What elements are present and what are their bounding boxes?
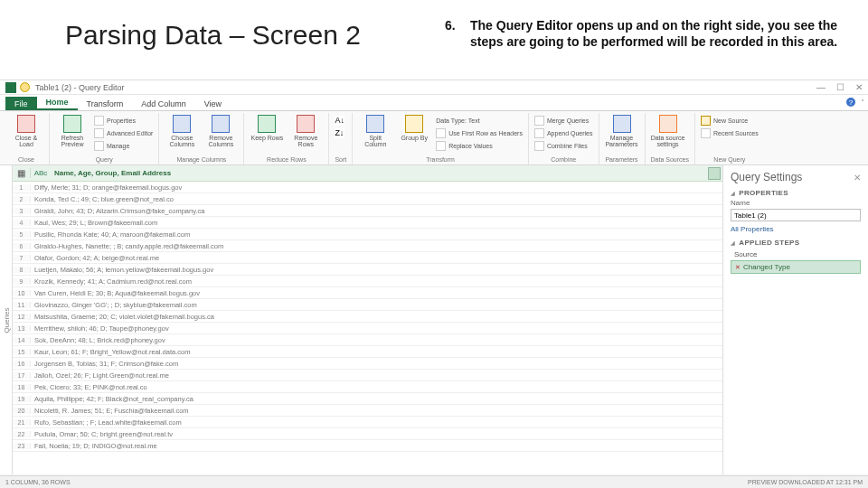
new-source-button[interactable]: New Source (701, 115, 759, 127)
tab-file[interactable]: File (5, 97, 37, 110)
tab-add-column[interactable]: Add Column (132, 97, 195, 110)
slide-note-number: 6. (445, 18, 463, 34)
table-row[interactable]: 18Pek, Cicero; 33; E; PINK@not.real.co (13, 381, 722, 393)
properties-section-header[interactable]: PROPERTIES (731, 189, 861, 197)
row-cell[interactable]: Nicoletti, R. James; 51; E; Fuschia@fake… (31, 407, 722, 415)
table-row[interactable]: 21Rufo, Sebastian; ; F; Lead.white@fakee… (13, 417, 722, 428)
refresh-preview-button[interactable]: Refresh Preview (55, 115, 90, 148)
query-name-input[interactable] (731, 209, 861, 221)
properties-button[interactable]: Properties (94, 115, 153, 127)
step-source[interactable]: Source (731, 249, 861, 260)
table-row[interactable]: 10Van Curen, Heidi E; 30; B; Aqua@fakeem… (13, 287, 722, 299)
close-window-button[interactable]: ✕ (855, 82, 863, 92)
table-row[interactable]: 8Luetjen, Makalo; 56; A; lemon.yellow@fa… (13, 264, 722, 276)
table-row[interactable]: 20Nicoletti, R. James; 51; E; Fuschia@fa… (13, 405, 722, 417)
row-number: 5 (13, 231, 31, 238)
applied-steps-header[interactable]: APPLIED STEPS (731, 239, 861, 247)
column-type-icon[interactable]: ABc (31, 169, 51, 177)
recent-sources-button[interactable]: Recent Sources (701, 127, 759, 139)
row-cell[interactable]: Konda, Ted C.; 49; C; blue.green@not_rea… (31, 195, 722, 203)
status-right: PREVIEW DOWNLOADED AT 12:31 PM (748, 479, 863, 485)
row-cell[interactable]: Aquila, Phillippe; 42; F; Black@not_real… (31, 395, 722, 403)
column-header[interactable]: Name, Age, Group, Email Address (51, 169, 708, 177)
row-cell[interactable]: Giovinazzo, Ginger 'GG'; ; D; skyblue@fa… (31, 301, 722, 309)
row-cell[interactable]: Jorgensen B, Tobias; 31; F; Crimson@fake… (31, 360, 722, 368)
data-source-settings-button[interactable]: Data source settings (651, 115, 685, 148)
table-row[interactable]: 13Merrithew, shiloh; 46; D; Taupe@phoney… (13, 323, 722, 334)
data-type-button[interactable]: Data Type: Text (436, 115, 523, 127)
grid-select-all[interactable]: ▦ (13, 168, 31, 178)
row-cell[interactable]: Merrithew, shiloh; 46; D; Taupe@phoney.g… (31, 324, 722, 333)
combine-files-button[interactable]: Combine Files (534, 140, 593, 152)
sort-asc-button[interactable]: A↓ (335, 115, 344, 127)
row-cell[interactable]: Rufo, Sebastian; ; F; Lead.white@fakeema… (31, 418, 722, 427)
row-number: 1 (13, 184, 31, 191)
row-number: 15 (13, 349, 31, 355)
query-settings-close-button[interactable]: ✕ (854, 173, 861, 183)
table-row[interactable]: 9Krozik, Kennedy; 41; A; Cadmium.red@not… (13, 276, 722, 287)
maximize-button[interactable]: ☐ (836, 82, 844, 92)
table-row[interactable]: 6Giraldo-Hughes, Nanette; ; B; candy.app… (13, 240, 722, 252)
table-row[interactable]: 15Kaur, Leon; 61; F; Bright_Yellow@not.r… (13, 346, 722, 358)
row-cell[interactable]: Pudula, Omar; 50; C; bright.green@not.re… (31, 430, 722, 438)
grid-header[interactable]: ▦ ABc Name, Age, Group, Email Address (13, 165, 722, 182)
keep-rows-button[interactable]: Keep Rows (250, 115, 284, 141)
sort-desc-button[interactable]: Z↓ (335, 127, 344, 139)
row-cell[interactable]: Pek, Cicero; 33; E; PINK@not.real.co (31, 383, 722, 391)
table-row[interactable]: 5Pusilic, Rhonda Kate; 40; A; maroon@fak… (13, 229, 722, 240)
row-cell[interactable]: Giraldo-Hughes, Nanette; ; B; candy.appl… (31, 242, 722, 250)
table-row[interactable]: 3Giraldi, John; 43; D; Alizarin.Crimson@… (13, 205, 722, 217)
remove-columns-button[interactable]: Remove Columns (203, 115, 238, 148)
row-cell[interactable]: Diffy, Merle; 31; D; orange@fakeemail.bo… (31, 183, 722, 192)
append-queries-button[interactable]: Append Queries (534, 127, 593, 139)
row-cell[interactable]: Krozik, Kennedy; 41; A; Cadmium.red@not.… (31, 277, 722, 286)
manage-button[interactable]: Manage (94, 140, 153, 152)
status-left: 1 COLUMN, 36 ROWS (5, 479, 71, 485)
all-properties-link[interactable]: All Properties (731, 225, 861, 233)
help-icon[interactable]: ? (846, 98, 855, 107)
row-number: 6 (13, 243, 31, 249)
row-cell[interactable]: Luetjen, Makalo; 56; A; lemon.yellow@fak… (31, 266, 722, 274)
row-cell[interactable]: Kaur, Leon; 61; F; Bright_Yellow@not.rea… (31, 348, 722, 356)
column-filter-dropdown[interactable] (708, 167, 721, 180)
table-row[interactable]: 1Diffy, Merle; 31; D; orange@fakeemail.b… (13, 182, 722, 193)
table-row[interactable]: 19Aquila, Phillippe; 42; F; Black@not_re… (13, 393, 722, 405)
minimize-button[interactable]: — (816, 82, 826, 92)
table-row[interactable]: 22Pudula, Omar; 50; C; bright.green@not.… (13, 428, 722, 440)
collapse-ribbon-icon[interactable]: ˄ (861, 99, 864, 107)
tab-home[interactable]: Home (37, 95, 78, 110)
group-by-button[interactable]: Group By (397, 115, 431, 141)
table-row[interactable]: 4Kaul, Wes; 29; L; Brown@fakeemail.com (13, 217, 722, 229)
row-cell[interactable]: Van Curen, Heidi E; 30; B; Aqua@fakeemai… (31, 289, 722, 297)
row-cell[interactable]: Jalloh, Ozel; 26; F; Light.Green@not.rea… (31, 371, 722, 380)
table-row[interactable]: 16Jorgensen B, Tobias; 31; F; Crimson@fa… (13, 358, 722, 370)
advanced-editor-button[interactable]: Advanced Editor (94, 127, 153, 139)
row-cell[interactable]: Matsushita, Graeme; 20; C; violet.violet… (31, 313, 722, 321)
row-cell[interactable]: Sok, DeeAnn; 48; L; Brick.red@phoney.gov (31, 336, 722, 344)
manage-parameters-button[interactable]: Manage Parameters (605, 115, 639, 148)
first-row-headers-button[interactable]: Use First Row as Headers (436, 127, 523, 139)
row-cell[interactable]: Fall, Noelia; 19; D; INDIGO@not.real.me (31, 442, 722, 450)
choose-columns-button[interactable]: Choose Columns (165, 115, 199, 148)
table-row[interactable]: 17Jalloh, Ozel; 26; F; Light.Green@not.r… (13, 370, 722, 381)
row-cell[interactable]: Pusilic, Rhonda Kate; 40; A; maroon@fake… (31, 230, 722, 239)
table-row[interactable]: 14Sok, DeeAnn; 48; L; Brick.red@phoney.g… (13, 334, 722, 346)
row-cell[interactable]: Kaul, Wes; 29; L; Brown@fakeemail.com (31, 219, 722, 227)
tab-view[interactable]: View (195, 97, 231, 110)
data-grid[interactable]: ▦ ABc Name, Age, Group, Email Address 1D… (13, 165, 723, 474)
queries-pane-collapsed[interactable]: Queries (0, 165, 13, 474)
replace-values-button[interactable]: Replace Values (436, 140, 523, 152)
remove-rows-button[interactable]: Remove Rows (288, 115, 323, 148)
step-changed-type[interactable]: Changed Type (731, 260, 861, 274)
row-cell[interactable]: Olafor, Gordon; 42; A; beige@not.real.me (31, 254, 722, 262)
table-row[interactable]: 7Olafor, Gordon; 42; A; beige@not.real.m… (13, 252, 722, 264)
tab-transform[interactable]: Transform (78, 97, 133, 110)
table-row[interactable]: 12Matsushita, Graeme; 20; C; violet.viol… (13, 311, 722, 323)
merge-queries-button[interactable]: Merge Queries (534, 115, 593, 127)
table-row[interactable]: 23Fall, Noelia; 19; D; INDIGO@not.real.m… (13, 440, 722, 452)
split-column-button[interactable]: Split Column (358, 115, 392, 148)
row-cell[interactable]: Giraldi, John; 43; D; Alizarin.Crimson@f… (31, 207, 722, 215)
table-row[interactable]: 2Konda, Ted C.; 49; C; blue.green@not_re… (13, 193, 722, 205)
table-row[interactable]: 11Giovinazzo, Ginger 'GG'; ; D; skyblue@… (13, 299, 722, 311)
close-and-load-button[interactable]: Close & Load (9, 115, 43, 148)
